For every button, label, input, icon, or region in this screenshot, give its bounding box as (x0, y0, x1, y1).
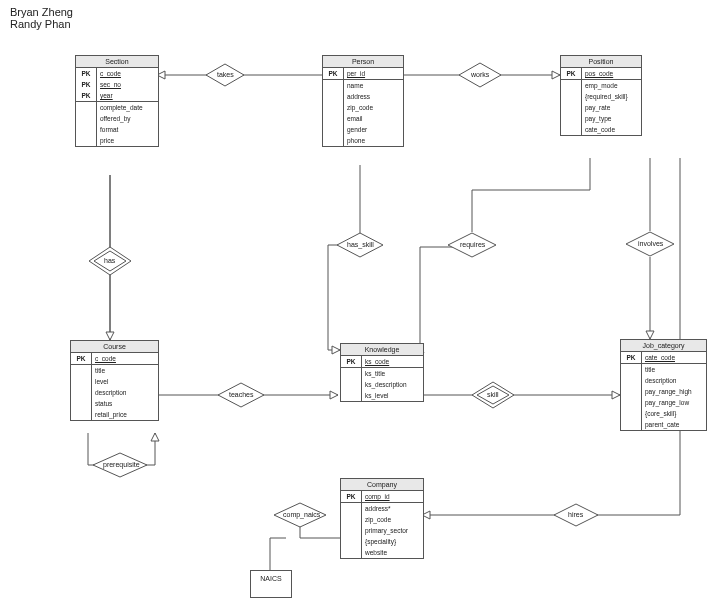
attr: cate_code (582, 124, 641, 135)
attr: address (344, 91, 403, 102)
rel-requires-label: requires (460, 241, 485, 248)
entity-title: Section (76, 56, 158, 68)
attr: website (362, 547, 423, 558)
attr: parent_cate (642, 419, 706, 430)
svg-marker-23 (612, 391, 620, 399)
pk: year (97, 90, 158, 101)
entity-knowledge: Knowledge PKks_code ks_title ks_descript… (340, 343, 424, 402)
attr: ks_title (362, 368, 423, 379)
pk: sec_no (97, 79, 158, 90)
entity-title: Person (323, 56, 403, 68)
entity-course: Course PKc_code title level description … (70, 340, 159, 421)
attr: pay_rate (582, 102, 641, 113)
attr: phone (344, 135, 403, 146)
svg-marker-12 (332, 346, 340, 354)
rel-prerequisite-label: prerequisite (103, 461, 140, 468)
entity-title: Knowledge (341, 344, 423, 356)
svg-marker-10 (106, 332, 114, 340)
attr: {core_skill} (642, 408, 706, 419)
rel-takes-label: takes (217, 71, 234, 78)
rel-teaches-label: teaches (229, 391, 254, 398)
entity-person: Person PKper_id name address zip_code em… (322, 55, 404, 147)
rel-has-label: has (104, 257, 115, 264)
entity-company: Company PKcomp_id address* zip_code prim… (340, 478, 424, 559)
author-1: Bryan Zheng (10, 6, 73, 18)
svg-marker-19 (330, 391, 338, 399)
entity-title: Company (341, 479, 423, 491)
pk: cate_code (642, 352, 706, 363)
entity-title: Course (71, 341, 158, 353)
svg-marker-20 (151, 433, 159, 441)
svg-marker-5 (552, 71, 560, 79)
attr: title (642, 364, 706, 375)
attr: zip_code (344, 102, 403, 113)
attr: description (642, 375, 706, 386)
attr: emp_mode (582, 80, 641, 91)
attr: pay_range_low (642, 397, 706, 408)
pk: comp_id (362, 491, 423, 502)
pk: pos_code (582, 68, 641, 79)
attr: address* (362, 503, 423, 514)
attr: level (92, 376, 158, 387)
attr: complete_date (97, 102, 158, 113)
attr: email (344, 113, 403, 124)
attr: offered_by (97, 113, 158, 124)
pk: ks_code (362, 356, 423, 367)
attr: zip_code (362, 514, 423, 525)
svg-marker-16 (646, 331, 654, 339)
attr: pay_type (582, 113, 641, 124)
attr: ks_description (362, 379, 423, 390)
attr: name (344, 80, 403, 91)
rel-hires-label: hires (568, 511, 583, 518)
attr: description (92, 387, 158, 398)
rel-involves-label: involves (638, 240, 663, 247)
attr: format (97, 124, 158, 135)
pk: c_code (92, 353, 158, 364)
attr: ks_level (362, 390, 423, 401)
author-2: Randy Phan (10, 18, 71, 30)
rel-has-skill-label: has_skill (347, 241, 374, 248)
entity-section: Section PKc_code PKsec_no PKyear complet… (75, 55, 159, 147)
entity-position: Position PKpos_code emp_mode {required_s… (560, 55, 642, 136)
entity-title: Job_category (621, 340, 706, 352)
attr: {speciality} (362, 536, 423, 547)
attr: primary_sector (362, 525, 423, 536)
entity-naics: NAICS (250, 570, 292, 598)
attr: price (97, 135, 158, 146)
rel-comp-naics-label: comp_naics (283, 511, 320, 518)
attr: gender (344, 124, 403, 135)
attr: retail_price (92, 409, 158, 420)
attr: pay_range_high (642, 386, 706, 397)
attr: status (92, 398, 158, 409)
pk: c_code (97, 68, 158, 79)
attr: {required_skill} (582, 91, 641, 102)
rel-skill-label: skill (487, 391, 499, 398)
rel-works-label: works (471, 71, 489, 78)
naics-label: NAICS (260, 575, 281, 582)
entity-title: Position (561, 56, 641, 68)
entity-job-category: Job_category PKcate_code title descripti… (620, 339, 707, 431)
attr: title (92, 365, 158, 376)
pk: per_id (344, 68, 403, 79)
